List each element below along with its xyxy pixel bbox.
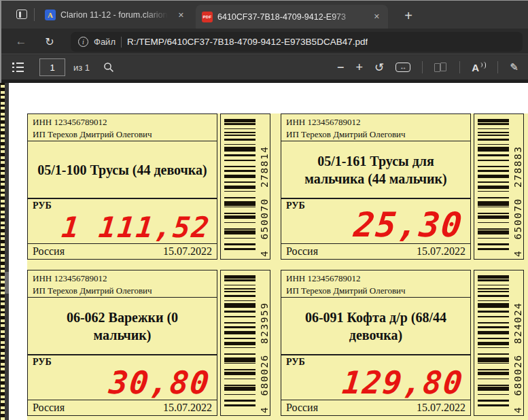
workspaces-pane <box>19 12 21 18</box>
label-header: ИНН 123456789012 ИП Терехов Дмитрий Олег… <box>281 114 470 141</box>
search-icon[interactable] <box>103 62 114 75</box>
date-label: 15.07.2022 <box>163 245 212 258</box>
ip-line: ИП Терехов Дмитрий Олегович <box>33 128 212 141</box>
price-section: РУБ 30,80 <box>28 354 217 400</box>
zoom-in-button[interactable]: + <box>356 61 364 73</box>
tab-title: Clarion 11-12 - forum.clarionlife. <box>60 10 171 20</box>
price-value: 1 111,52 <box>60 213 211 242</box>
product-name: 06-091 Кофта д/р (68/44 девочка) <box>281 298 470 354</box>
barcode-box: 4 680026 823959 <box>220 270 270 416</box>
barcode-box: 4 650070 278883 <box>474 113 524 260</box>
country-label: Россия <box>286 402 318 414</box>
label-body: ИНН 123456789012 ИП Терехов Дмитрий Олег… <box>27 113 217 260</box>
url-bar[interactable]: i Файл R:/TEMP/6410CF37-7B18-4709-9412-E… <box>71 32 523 52</box>
close-icon[interactable]: ✕ <box>372 11 382 22</box>
barcode-bars <box>224 275 256 409</box>
label-body: ИНН 123456789012 ИП Терехов Дмитрий Олег… <box>27 270 217 416</box>
barcode-number: 4 680026 823959 <box>259 273 270 413</box>
label-body: ИНН 123456789012 ИП Терехов Дмитрий Олег… <box>281 113 471 260</box>
inn-line: ИНН 123456789012 <box>33 116 212 128</box>
tab-strip: A Clarion 11-12 - forum.clarionlife. ✕ P… <box>0 1 528 29</box>
url-text[interactable]: R:/TEMP/6410CF37-7B18-4709-9412-E973B5DC… <box>127 37 368 47</box>
inn-line: ИНН 123456789012 <box>286 116 465 128</box>
price-section: РУБ 1 111,52 <box>28 198 217 244</box>
label-footer: Россия 15.07.2022 <box>28 400 217 415</box>
pdf-toolbar: из 1 − + ↺ ↔ A ✎ <box>0 55 528 80</box>
barcode-number: 4 650070 278883 <box>512 116 523 257</box>
label-footer: Россия 15.07.2022 <box>28 244 217 259</box>
close-icon[interactable]: ✕ <box>176 10 186 21</box>
date-label: 15.07.2022 <box>417 402 465 414</box>
price-label: ИНН 123456789012 ИП Терехов Дмитрий Олег… <box>281 270 524 416</box>
back-icon[interactable]: ← <box>11 29 31 54</box>
pdf-page: ИНН 123456789012 ИП Терехов Дмитрий Олег… <box>9 83 528 420</box>
product-name: 05/1-100 Трусы (44 девочка) <box>28 141 217 198</box>
product-name: 06-062 Варежки (0 мальчик) <box>28 298 217 354</box>
barcode-number: 4 650070 278814 <box>259 116 270 257</box>
new-tab-button[interactable]: + <box>398 6 419 25</box>
address-bar-row: ← ↻ i Файл R:/TEMP/6410CF37-7B18-4709-94… <box>0 29 528 54</box>
country-label: Россия <box>286 245 318 258</box>
toolbar-separator <box>497 61 498 73</box>
country-label: Россия <box>33 402 65 414</box>
label-header: ИНН 123456789012 ИП Терехов Дмитрий Олег… <box>28 114 217 141</box>
label-footer: Россия 15.07.2022 <box>281 400 470 415</box>
price-section: РУБ 129,80 <box>281 354 470 400</box>
pdf-icon: PDF <box>202 12 213 22</box>
toolbar-separator <box>422 61 423 73</box>
toc-icon[interactable] <box>12 63 24 72</box>
window-left-edge <box>0 0 1 83</box>
label-footer: Россия 15.07.2022 <box>281 244 470 259</box>
fit-width-icon[interactable]: ↔ <box>395 63 410 72</box>
currency-label: РУБ <box>33 200 52 211</box>
date-label: 15.07.2022 <box>417 245 465 258</box>
window-top-edge <box>0 0 528 1</box>
refresh-icon[interactable]: ↻ <box>39 29 60 54</box>
toolbar-separator <box>459 61 460 73</box>
tab-pdf-active[interactable]: PDF 6410CF37-7B18-4709-9412-E973 ✕ <box>196 5 388 29</box>
price-value: 30,80 <box>107 367 211 398</box>
page-number-input[interactable] <box>39 58 65 76</box>
file-scheme-label: Файл <box>94 37 116 47</box>
label-grid: ИНН 123456789012 ИП Терехов Дмитрий Олег… <box>27 113 528 420</box>
url-separator <box>121 37 122 48</box>
clarion-favicon: A <box>45 10 56 20</box>
workspaces-icon[interactable] <box>16 10 27 19</box>
price-value: 129,80 <box>340 367 465 398</box>
info-icon[interactable]: i <box>78 37 88 47</box>
draw-icon[interactable]: ✎ <box>510 61 519 73</box>
barcode-bars <box>224 119 256 253</box>
label-body: ИНН 123456789012 ИП Терехов Дмитрий Олег… <box>281 270 471 416</box>
label-header: ИНН 123456789012 ИП Терехов Дмитрий Олег… <box>28 270 217 298</box>
barcode-bars <box>478 275 509 409</box>
ip-line: ИП Терехов Дмитрий Олегович <box>286 285 465 297</box>
inn-line: ИНН 123456789012 <box>286 273 465 285</box>
price-label: ИНН 123456789012 ИП Терехов Дмитрий Олег… <box>281 113 524 260</box>
zoom-out-button[interactable]: − <box>337 61 345 73</box>
tab-title: 6410CF37-7B18-4709-9412-E973 <box>217 12 367 22</box>
price-section: РУБ 25,30 <box>281 198 470 244</box>
rotate-icon[interactable]: ↺ <box>374 62 384 73</box>
pdf-toolbar-right: − + ↺ ↔ A ✎ <box>329 55 528 80</box>
inn-line: ИНН 123456789012 <box>33 273 212 285</box>
ip-line: ИП Терехов Дмитрий Олегович <box>33 285 212 297</box>
label-header: ИНН 123456789012 ИП Терехов Дмитрий Олег… <box>281 270 470 298</box>
barcode-number: 4 680026 824024 <box>512 273 523 413</box>
country-label: Россия <box>33 245 65 258</box>
ip-line: ИП Терехов Дмитрий Олегович <box>286 128 465 141</box>
barcode-box: 4 680026 824024 <box>474 270 524 416</box>
tab-clarion-forum[interactable]: A Clarion 11-12 - forum.clarionlife. ✕ <box>39 1 192 29</box>
read-aloud-icon[interactable]: A <box>472 62 486 73</box>
barcode-box: 4 650070 278814 <box>220 113 270 260</box>
currency-label: РУБ <box>33 357 52 368</box>
price-label: ИНН 123456789012 ИП Терехов Дмитрий Олег… <box>27 270 270 416</box>
price-label: ИНН 123456789012 ИП Терехов Дмитрий Олег… <box>27 113 270 260</box>
barcode-bars <box>478 119 509 253</box>
page-count-label: из 1 <box>73 63 90 73</box>
currency-label: РУБ <box>286 357 305 368</box>
tabstrip-separator <box>34 8 35 21</box>
currency-label: РУБ <box>286 200 305 211</box>
price-value: 25,30 <box>353 208 465 242</box>
clipped-barcode-strip <box>0 83 5 420</box>
page-view-icon[interactable] <box>434 63 448 73</box>
